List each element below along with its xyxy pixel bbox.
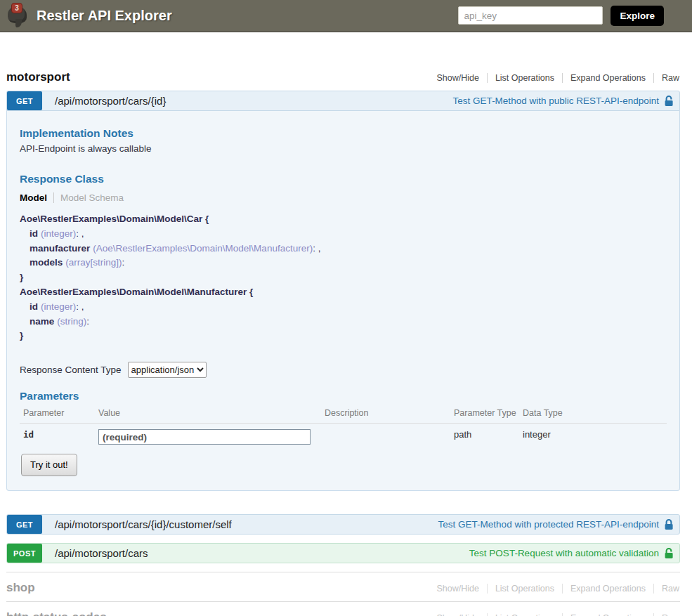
restler-logo[interactable]: 3 [6, 2, 31, 29]
endpoint-path-link[interactable]: /api/motorsport/cars/{id} [55, 95, 166, 107]
resource-section-header-http-status-codes: http-status-codes Show/Hide List Operati… [6, 601, 680, 616]
http-method-badge: GET [7, 91, 42, 110]
response-content-type-select[interactable]: application/json [128, 362, 207, 378]
explore-button[interactable]: Explore [611, 6, 664, 26]
model-closing-brace: } [20, 270, 667, 285]
resource-actions: Show/Hide List Operations Expand Operati… [429, 613, 680, 616]
endpoint-path-link[interactable]: /api/motorsport/cars/{id}/customer/self [55, 518, 232, 530]
col-header-parameter: Parameter [20, 408, 95, 424]
top-header-bar: 3 Restler API Explorer Explore [0, 0, 692, 32]
endpoint-get-cars-id: GET /api/motorsport/cars/{id} Test GET-M… [6, 91, 680, 491]
tab-model-schema[interactable]: Model Schema [54, 192, 124, 203]
parameter-type: path [450, 424, 519, 445]
model-property: manufacturer(Aoe\RestlerExamples\Domain\… [20, 242, 667, 256]
app-title: Restler API Explorer [37, 8, 172, 24]
api-key-input[interactable] [458, 6, 603, 25]
parameter-data-type: integer [519, 424, 667, 445]
tab-model[interactable]: Model [20, 192, 54, 203]
response-content-type-row: Response Content Type application/json [20, 362, 667, 378]
http-method-badge: POST [7, 544, 42, 563]
endpoint-summary-link[interactable]: Test POST-Request with automatic validat… [469, 547, 679, 559]
show-hide-link[interactable]: Show/Hide [429, 73, 486, 83]
endpoint-summary-link[interactable]: Test GET-Method with public REST-API-end… [453, 95, 679, 107]
logo-elephant-trunk [15, 19, 22, 27]
model-property: id(integer): , [20, 300, 667, 315]
expand-operations-link[interactable]: Expand Operations [562, 613, 653, 616]
parameters-heading: Parameters [20, 390, 667, 402]
header-controls: Explore [458, 6, 664, 26]
model-definition-car: Aoe\RestlerExamples\Domain\Model\Car { i… [20, 212, 667, 285]
response-class-heading: Response Class [20, 173, 667, 185]
unlock-icon [663, 95, 674, 107]
model-tabs: Model Model Schema [20, 192, 667, 203]
model-property: models(array[string]): [20, 256, 667, 270]
endpoint-path-link[interactable]: /api/motorsport/cars [55, 547, 148, 559]
raw-link[interactable]: Raw [653, 73, 680, 83]
model-signature: Aoe\RestlerExamples\Domain\Model\Car { [20, 212, 667, 227]
endpoint-summary-text: Test POST-Request with automatic validat… [469, 548, 659, 558]
model-closing-brace: } [20, 329, 667, 343]
unlock-icon [663, 547, 674, 559]
col-header-value: Value [95, 408, 321, 424]
implementation-notes-text: API-Endpoint is always callable [20, 143, 667, 154]
resource-section-header-motorsport: motorsport Show/Hide List Operations Exp… [6, 63, 680, 91]
implementation-notes-heading: Implementation Notes [20, 127, 667, 140]
endpoint-summary-text: Test GET-Method with public REST-API-end… [453, 96, 659, 106]
logo-version-badge: 3 [11, 3, 22, 13]
lock-icon [663, 518, 674, 530]
show-hide-link[interactable]: Show/Hide [429, 613, 486, 616]
parameter-row-id: id path integer [20, 424, 667, 445]
model-definition-manufacturer: Aoe\RestlerExamples\Domain\Model\Manufac… [20, 285, 667, 343]
resource-name-shop[interactable]: shop [6, 581, 35, 595]
show-hide-link[interactable]: Show/Hide [429, 584, 486, 594]
parameter-name: id [20, 424, 95, 445]
list-operations-link[interactable]: List Operations [487, 584, 562, 594]
parameter-description [321, 424, 450, 445]
col-header-parameter-type: Parameter Type [450, 408, 519, 424]
list-operations-link[interactable]: List Operations [487, 73, 562, 83]
resource-name-http-status-codes[interactable]: http-status-codes [6, 610, 107, 616]
resource-section-header-shop: shop Show/Hide List Operations Expand Op… [6, 572, 680, 601]
endpoint-header-row[interactable]: POST /api/motorsport/cars Test POST-Requ… [6, 543, 680, 563]
response-content-type-label: Response Content Type [20, 365, 122, 375]
resource-actions: Show/Hide List Operations Expand Operati… [429, 73, 680, 83]
operation-detail-panel: Implementation Notes API-Endpoint is alw… [6, 111, 680, 491]
try-it-out-button[interactable]: Try it out! [21, 454, 77, 476]
list-operations-link[interactable]: List Operations [487, 613, 562, 616]
model-property: id(integer): , [20, 227, 667, 242]
endpoint-get-customer-self: GET /api/motorsport/cars/{id}/customer/s… [6, 514, 680, 535]
endpoint-post-cars: POST /api/motorsport/cars Test POST-Requ… [6, 543, 680, 563]
parameter-value-input[interactable] [98, 429, 311, 445]
resource-actions: Show/Hide List Operations Expand Operati… [429, 584, 680, 594]
endpoint-summary-link[interactable]: Test GET-Method with protected REST-API-… [438, 518, 679, 530]
col-header-description: Description [321, 408, 450, 424]
resource-name-motorsport[interactable]: motorsport [6, 70, 70, 84]
model-property: name(string): [20, 315, 667, 329]
expand-operations-link[interactable]: Expand Operations [562, 73, 653, 83]
endpoint-header-row[interactable]: GET /api/motorsport/cars/{id}/customer/s… [6, 514, 680, 535]
raw-link[interactable]: Raw [653, 584, 680, 594]
endpoint-summary-text: Test GET-Method with protected REST-API-… [438, 519, 659, 530]
expand-operations-link[interactable]: Expand Operations [562, 584, 653, 594]
endpoint-header-row[interactable]: GET /api/motorsport/cars/{id} Test GET-M… [6, 91, 680, 111]
raw-link[interactable]: Raw [653, 613, 680, 616]
model-signature: Aoe\RestlerExamples\Domain\Model\Manufac… [20, 285, 667, 300]
col-header-data-type: Data Type [519, 408, 667, 424]
parameters-table: Parameter Value Description Parameter Ty… [20, 408, 667, 445]
main-content: motorsport Show/Hide List Operations Exp… [0, 32, 692, 616]
http-method-badge: GET [7, 515, 42, 534]
